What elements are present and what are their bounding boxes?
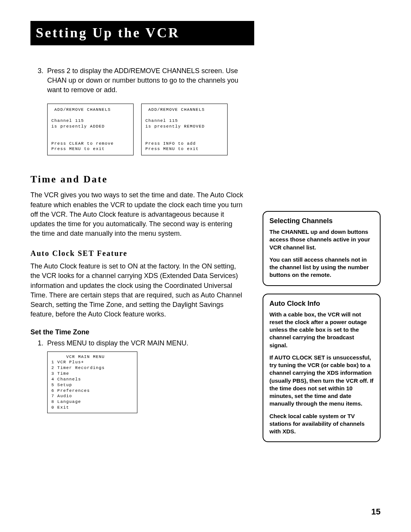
sidebar-auto-clock-info-p3: Check local cable system or TV stations …: [269, 412, 374, 436]
step-3-number: 3.: [30, 66, 47, 95]
sidebar-selecting-channels-p1: The CHANNEL up and down buttons access t…: [269, 228, 374, 251]
step-1-text: Press MENU to display the VCR MAIN MENU.: [47, 339, 244, 348]
sidebar-auto-clock-info: Auto Clock Info With a cable box, the VC…: [263, 294, 381, 443]
step-3: 3. Press 2 to display the ADD/REMOVE CHA…: [30, 66, 244, 95]
paragraph-auto-clock-set: The Auto Clock feature is set to ON at t…: [30, 262, 244, 319]
heading-set-time-zone: Set the Time Zone: [30, 328, 244, 336]
osd-add-remove-added: ADD/REMOVE CHANNELS Channel 115 is prese…: [47, 104, 134, 156]
page-title: Setting Up the VCR: [36, 25, 180, 40]
content-row: 3. Press 2 to display the ADD/REMOVE CHA…: [30, 66, 381, 450]
sidebar-auto-clock-info-p1: With a cable box, the VCR will not reset…: [269, 311, 374, 349]
left-column: 3. Press 2 to display the ADD/REMOVE CHA…: [30, 66, 244, 413]
heading-time-and-date: Time and Date: [30, 174, 244, 185]
sidebar-selecting-channels-p2: You can still access channels not in the…: [269, 256, 374, 279]
sidebar-title-selecting-channels: Selecting Channels: [269, 217, 374, 225]
sidebar-title-auto-clock-info: Auto Clock Info: [269, 300, 374, 308]
sidebar-auto-clock-info-p2: If AUTO CLOCK SET is unsuccessful, try t…: [269, 354, 374, 408]
page: Setting Up the VCR 3. Press 2 to display…: [0, 0, 411, 532]
osd-row-channels: ADD/REMOVE CHANNELS Channel 115 is prese…: [47, 104, 244, 156]
step-3-text: Press 2 to display the ADD/REMOVE CHANNE…: [47, 66, 244, 95]
osd-add-remove-removed: ADD/REMOVE CHANNELS Channel 115 is prese…: [141, 104, 228, 156]
step-1-number: 1.: [30, 339, 47, 348]
page-number: 15: [371, 507, 381, 517]
sidebar-selecting-channels: Selecting Channels The CHANNEL up and do…: [263, 211, 381, 286]
heading-auto-clock-set-feature: Auto Clock SET Feature: [30, 249, 244, 258]
step-set-time-zone-1: 1. Press MENU to display the VCR MAIN ME…: [30, 339, 244, 348]
osd-vcr-main-menu: VCR MAIN MENU 1 VCR Plus+ 2 Timer Record…: [47, 351, 137, 413]
page-title-bar: Setting Up the VCR: [30, 21, 254, 45]
right-column: Selecting Channels The CHANNEL up and do…: [263, 211, 381, 450]
paragraph-time-and-date: The VCR gives you two ways to set the ti…: [30, 190, 244, 238]
